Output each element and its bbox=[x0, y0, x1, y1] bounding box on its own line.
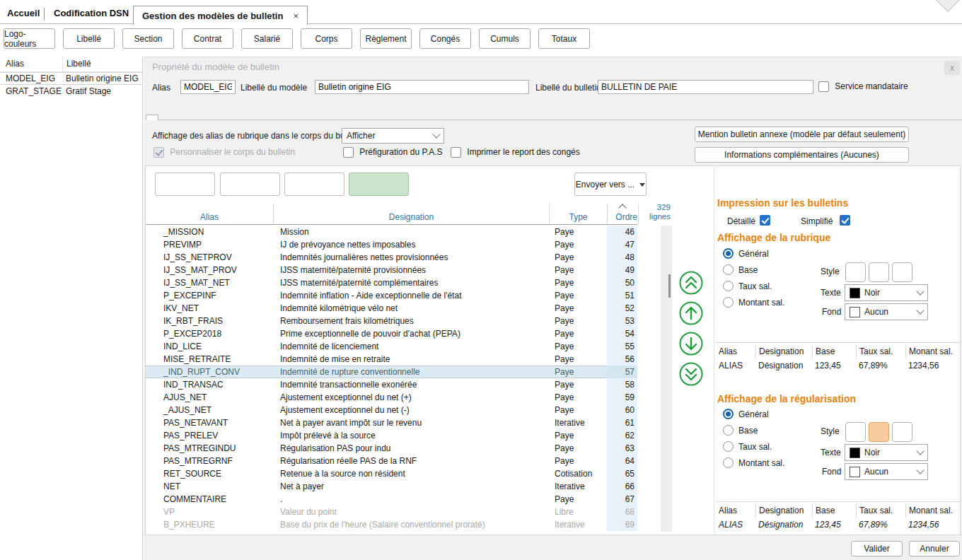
table-row[interactable]: B_PXHEURE Base du prix de l'heure (Salai… bbox=[146, 518, 637, 531]
table-row[interactable]: IJ_SS_NETPROV Indemnités journalières ne… bbox=[146, 251, 637, 264]
color-swatch bbox=[850, 288, 860, 298]
radio-option[interactable]: Général bbox=[723, 406, 784, 422]
table-row[interactable]: IKV_NET Indemnité kilométrique vélo net … bbox=[146, 302, 637, 315]
grid-col-ordre[interactable]: Ordre bbox=[607, 203, 637, 224]
radio-option[interactable]: Montant sal. bbox=[723, 455, 784, 471]
list-item[interactable]: MODEL_EIG Bulletin origine EIG bbox=[0, 72, 142, 85]
grid-col-alias[interactable]: Alias bbox=[146, 203, 273, 224]
fond-color-select[interactable]: Aucun bbox=[845, 463, 928, 480]
toolbar-button[interactable]: Totaux bbox=[538, 28, 590, 49]
toolbar-button[interactable]: Libellé bbox=[63, 28, 115, 49]
toolbar-button[interactable]: Règlement bbox=[360, 28, 412, 49]
table-row[interactable]: PAS_PRELEV Impôt prélevé à la source Pay… bbox=[146, 429, 637, 442]
style-button[interactable] bbox=[892, 262, 912, 282]
radio-option[interactable]: Base bbox=[723, 422, 784, 438]
service-mandataire-checkbox[interactable]: Service mandataire bbox=[818, 81, 908, 92]
vertical-scrollbar[interactable] bbox=[661, 226, 672, 532]
table-row[interactable]: IND_TRANSAC Indemnité transactionnelle e… bbox=[146, 378, 637, 391]
list-item[interactable]: GRAT_STAGE Gratif Stage bbox=[0, 85, 142, 98]
table-row[interactable]: RET_SOURCE Retenue à la source non résid… bbox=[146, 467, 637, 480]
dialog-tab[interactable] bbox=[146, 115, 158, 120]
table-row[interactable]: PAS_MTREGINDU Régularisation PAS pour in… bbox=[146, 442, 637, 455]
table-row[interactable]: P_EXCEPINF Indemnité inflation - Aide ex… bbox=[146, 289, 637, 302]
table-row[interactable]: NET Net à payer Iterative 66 bbox=[146, 480, 637, 493]
table-row[interactable]: VP Valeur du point Libre 68 bbox=[146, 506, 637, 518]
simplifie-checkbox[interactable] bbox=[840, 215, 850, 226]
annuler-button[interactable]: Annuler bbox=[909, 541, 960, 556]
radio-option[interactable]: Général bbox=[723, 245, 784, 262]
personnaliser-checkbox[interactable]: Personnaliser le corps du bulletin bbox=[153, 147, 295, 158]
fond-color-select[interactable]: Aucun bbox=[845, 303, 928, 320]
alias-display-select[interactable]: Afficher bbox=[342, 128, 444, 144]
dialog-tab[interactable] bbox=[248, 115, 260, 119]
grid-col-designation[interactable]: Designation bbox=[273, 203, 549, 224]
move-down-button[interactable] bbox=[678, 331, 704, 356]
table-row[interactable]: _IND_RUPT_CONV Indemnité de rupture conv… bbox=[146, 366, 637, 378]
dialog-tab[interactable] bbox=[171, 115, 184, 119]
prefiguration-checkbox[interactable]: Préfiguration du P.A.S bbox=[343, 147, 443, 158]
move-up-button[interactable] bbox=[678, 301, 704, 326]
toolbar-button[interactable]: Congés bbox=[419, 28, 471, 49]
table-row[interactable]: PREVIMP IJ de prévoyance nettes imposabl… bbox=[146, 238, 637, 251]
category-button[interactable] bbox=[284, 173, 344, 196]
toolbar-button[interactable]: Cumuls bbox=[479, 28, 531, 49]
bulletin-input[interactable] bbox=[598, 80, 813, 94]
table-row[interactable]: MISE_RETRAITE Indemnité de mise en retra… bbox=[146, 353, 637, 366]
style-button[interactable] bbox=[869, 422, 889, 442]
tab-codification-dsn[interactable]: Codification DSN bbox=[54, 8, 129, 18]
toolbar-button[interactable]: Corps bbox=[301, 28, 352, 49]
dialog-tab[interactable] bbox=[158, 115, 171, 119]
category-button[interactable] bbox=[155, 173, 215, 196]
dialog-tab[interactable] bbox=[235, 115, 248, 119]
toolbar-button[interactable]: Section bbox=[122, 28, 174, 49]
informations-complementaires-button[interactable]: Informations complémentaires (Aucunes) bbox=[695, 147, 909, 163]
category-button[interactable] bbox=[349, 173, 409, 196]
column-alias[interactable]: Alias bbox=[0, 57, 62, 71]
toolbar-button[interactable]: Salarié bbox=[241, 28, 293, 49]
radio-option[interactable]: Montant sal. bbox=[723, 294, 784, 310]
table-row[interactable]: IJ_SS_MAT_PROV IJSS maternité/paternité … bbox=[146, 264, 637, 276]
style-button[interactable] bbox=[845, 422, 866, 442]
texte-color-select[interactable]: Noir bbox=[845, 444, 928, 461]
scrollbar-thumb[interactable] bbox=[668, 274, 671, 298]
radio-option[interactable]: Taux sal. bbox=[723, 278, 784, 294]
dialog-tab[interactable] bbox=[197, 115, 209, 119]
style-button[interactable] bbox=[845, 262, 866, 282]
alias-input[interactable] bbox=[180, 80, 236, 94]
texte-color-select[interactable]: Noir bbox=[845, 284, 928, 301]
radio-option[interactable]: Base bbox=[723, 262, 784, 278]
table-row[interactable]: IND_LICE Indemnité de licenciement Paye … bbox=[146, 340, 637, 353]
move-bottom-button[interactable] bbox=[678, 361, 704, 387]
move-top-button[interactable] bbox=[678, 270, 704, 296]
mention-bulletin-annexe-button[interactable]: Mention bulletin annexe (modèle par défa… bbox=[695, 127, 909, 142]
table-row[interactable]: PAS_MTREGRNF Régularisation réelle PAS d… bbox=[146, 455, 637, 467]
category-button[interactable] bbox=[220, 173, 280, 196]
table-row[interactable]: _MISSION Mission Paye 46 bbox=[146, 226, 637, 238]
imprimer-report-checkbox[interactable]: Imprimer le report des congés bbox=[451, 147, 580, 158]
table-row[interactable]: PAS_NETAVANT Net à payer avant impôt sur… bbox=[146, 416, 637, 429]
tab-close-icon[interactable]: × bbox=[293, 11, 299, 21]
table-row[interactable]: P_EXCEP2018 Prime exceptionnelle de pouv… bbox=[146, 327, 637, 340]
toolbar-button[interactable]: Logo-couleurs bbox=[4, 28, 55, 49]
toolbar-button[interactable]: Contrat bbox=[182, 28, 233, 49]
dialog-tab[interactable] bbox=[184, 115, 197, 119]
dialog-close-icon[interactable]: x bbox=[944, 61, 960, 75]
table-row[interactable]: IK_RBT_FRAIS Remboursement frais kilomét… bbox=[146, 315, 637, 327]
dialog-tab[interactable] bbox=[222, 115, 235, 119]
model-input[interactable] bbox=[315, 80, 529, 94]
tab-accueil[interactable]: Accueil bbox=[7, 8, 40, 18]
detaille-checkbox[interactable] bbox=[760, 215, 770, 226]
style-button[interactable] bbox=[892, 422, 912, 442]
column-libelle[interactable]: Libellé bbox=[62, 57, 142, 71]
table-row[interactable]: IJ_SS_MAT_NET IJSS maternité/paternité c… bbox=[146, 276, 637, 289]
table-row[interactable]: _AJUS_NET Ajustement exceptionnel du net… bbox=[146, 404, 637, 416]
envoyer-vers-button[interactable]: Envoyer vers ... bbox=[574, 173, 647, 196]
grid-col-type[interactable]: Type bbox=[549, 203, 607, 224]
valider-button[interactable]: Valider bbox=[851, 541, 903, 556]
dialog-tab[interactable] bbox=[209, 115, 222, 119]
table-row[interactable]: COMMENTAIRE . Paye 67 bbox=[146, 493, 637, 506]
table-row[interactable]: AJUS_NET Ajustement exceptionnel du net … bbox=[146, 391, 637, 404]
style-button[interactable] bbox=[869, 262, 889, 282]
radio-option[interactable]: Taux sal. bbox=[723, 438, 784, 455]
tab-gestion-modeles[interactable]: Gestion des modèles de bulletin × bbox=[133, 6, 308, 25]
